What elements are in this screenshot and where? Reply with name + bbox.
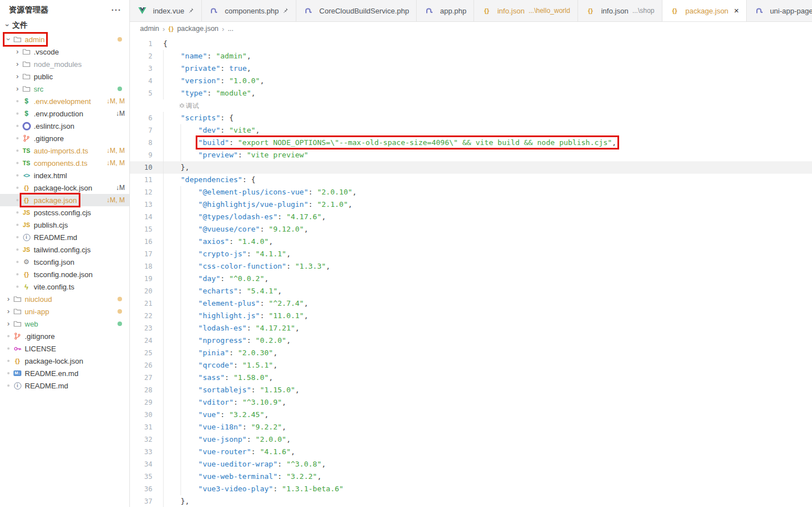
- code-line-text[interactable]: "preview": "vite preview": [152, 149, 308, 161]
- code-line[interactable]: 11"dependencies": {: [130, 174, 812, 186]
- debug-codelens-label[interactable]: 调试: [186, 102, 199, 110]
- tree-file-.env.development[interactable]: $.env.development↓M, M: [0, 95, 129, 107]
- code-line[interactable]: 30"vue": "3.2.45",: [130, 409, 812, 421]
- code-line-text[interactable]: "vditor": "^3.10.9",: [152, 396, 286, 409]
- files-section-header[interactable]: › 文件: [0, 17, 129, 33]
- more-actions-icon[interactable]: ···: [111, 7, 121, 13]
- code-line[interactable]: 2"name": "admin",: [130, 50, 812, 62]
- tree-file-vite.config.ts[interactable]: ϟvite.config.ts: [0, 280, 129, 293]
- code-line[interactable]: 32"vue-jsonp": "2.0.0",: [130, 433, 812, 446]
- code-line-text[interactable]: "css-color-function": "1.3.3",: [152, 260, 330, 273]
- code-line-text[interactable]: "type": "module",: [152, 87, 255, 99]
- tab-index.vue[interactable]: index.vue: [130, 0, 202, 21]
- tree-folder-.vscode[interactable]: ›.vscode: [0, 46, 129, 58]
- code-line[interactable]: 28"sortablejs": "1.15.0",: [130, 384, 812, 396]
- tree-file-publish.cjs[interactable]: JSpublish.cjs: [0, 219, 129, 231]
- code-line-text[interactable]: "axios": "1.4.0",: [152, 236, 273, 248]
- code-line[interactable]: 36"vue3-video-play": "1.3.1-beta.6": [130, 483, 812, 495]
- tree-file-package.json[interactable]: {}package.json↓M, M: [0, 194, 129, 206]
- code-line-text[interactable]: "version": "1.0.0",: [152, 75, 264, 87]
- tree-file-README.en.md[interactable]: M↓README.en.md: [0, 367, 129, 379]
- tab-info.json[interactable]: {}info.json...\hello_world: [474, 0, 578, 21]
- code-line-text[interactable]: "pinia": "2.0.30",: [152, 347, 278, 359]
- code-line[interactable]: 5"type": "module",: [130, 87, 812, 99]
- tree-folder-web[interactable]: ›web: [0, 318, 129, 330]
- tree-file-.eslintrc.json[interactable]: .eslintrc.json: [0, 120, 129, 132]
- code-line[interactable]: 35"vue-web-terminal": "3.2.2",: [130, 470, 812, 483]
- code-line[interactable]: 7"dev": "vite",: [130, 124, 812, 137]
- tree-folder-uni-app[interactable]: ›uni-app: [0, 305, 129, 318]
- pin-icon[interactable]: [188, 7, 194, 15]
- code-line-text[interactable]: "vue-ueditor-wrap": "^3.0.8",: [152, 458, 326, 470]
- code-line-text[interactable]: },: [152, 161, 190, 174]
- debug-codelens-content[interactable]: 调试: [179, 102, 199, 110]
- tree-folder-node-modules[interactable]: ›node_modules: [0, 58, 129, 70]
- code-line[interactable]: 1{: [130, 38, 812, 50]
- tree-file-index.html[interactable]: <>index.html: [0, 169, 129, 182]
- tree-file-package-lock.json[interactable]: {}package-lock.json↓M: [0, 182, 129, 194]
- tree-folder-admin[interactable]: ›admin: [0, 33, 129, 46]
- code-line[interactable]: 33"vue-router": "4.1.6",: [130, 446, 812, 458]
- code-line-text[interactable]: "nprogress": "0.2.0",: [152, 334, 291, 347]
- code-line[interactable]: 23"lodash-es": "4.17.21",: [130, 322, 812, 334]
- tree-file-README.md[interactable]: iREADME.md: [0, 231, 129, 243]
- code-line[interactable]: 18"css-color-function": "1.3.3",: [130, 260, 812, 273]
- code-line-text[interactable]: "vue-router": "4.1.6",: [152, 446, 295, 458]
- tree-file-auto-imports.d.ts[interactable]: TSauto-imports.d.ts↓M, M: [0, 144, 129, 157]
- code-line-text[interactable]: "vue-i18n": "9.2.2",: [152, 421, 286, 433]
- code-line-text[interactable]: "vue": "3.2.45",: [152, 409, 269, 421]
- code-line[interactable]: 8"build": "export NODE_OPTIONS=\"--max-o…: [130, 137, 812, 149]
- code-line[interactable]: 24"nprogress": "0.2.0",: [130, 334, 812, 347]
- code-line-text[interactable]: "dependencies": {: [152, 174, 255, 186]
- code-line-text[interactable]: "scripts": {: [152, 112, 233, 124]
- tree-file-postcss.config.cjs[interactable]: JSpostcss.config.cjs: [0, 206, 129, 219]
- code-line-text[interactable]: "@element-plus/icons-vue": "2.0.10",: [152, 186, 357, 198]
- tree-file-components.d.ts[interactable]: TScomponents.d.ts↓M, M: [0, 157, 129, 169]
- code-line[interactable]: 20"echarts": "5.4.1",: [130, 285, 812, 297]
- code-line[interactable]: 34"vue-ueditor-wrap": "^3.0.8",: [130, 458, 812, 470]
- code-line[interactable]: 10},: [130, 161, 812, 174]
- code-line-text[interactable]: "sass": "1.58.0",: [152, 372, 273, 384]
- code-line-text[interactable]: "lodash-es": "4.17.21",: [152, 322, 300, 334]
- tab-uni-app-pages.php[interactable]: uni-app-pages.php: [747, 0, 812, 21]
- tab-components.php[interactable]: components.php: [202, 0, 296, 21]
- tab-package.json[interactable]: {}package.json×: [662, 0, 747, 22]
- code-line-text[interactable]: "vue-web-terminal": "3.2.2",: [152, 470, 322, 483]
- code-line[interactable]: 19"day": "^0.0.2",: [130, 273, 812, 285]
- code-line[interactable]: 4"version": "1.0.0",: [130, 75, 812, 87]
- code-editor[interactable]: 1{2"name": "admin",3"private": true,4"ve…: [130, 35, 812, 507]
- code-line[interactable]: 17"crypto-js": "4.1.1",: [130, 248, 812, 260]
- tab-CoreCloudBuildService.php[interactable]: CoreCloudBuildService.php: [296, 0, 417, 21]
- debug-codelens[interactable]: 调试: [130, 99, 812, 112]
- code-line-text[interactable]: "@vueuse/core": "9.12.0",: [152, 223, 308, 236]
- code-line-text[interactable]: "private": true,: [152, 62, 251, 75]
- tree-file-LICENSE[interactable]: LICENSE: [0, 342, 129, 355]
- code-line[interactable]: 6"scripts": {: [130, 112, 812, 124]
- code-line[interactable]: 37},: [130, 495, 812, 507]
- code-line-text[interactable]: "name": "admin",: [152, 50, 251, 62]
- code-line[interactable]: 9"preview": "vite preview": [130, 149, 812, 161]
- breadcrumb-file[interactable]: package.json: [177, 25, 219, 33]
- code-line-text[interactable]: "element-plus": "^2.7.4",: [152, 297, 308, 310]
- tree-file-.gitignore[interactable]: .gitignore: [0, 330, 129, 342]
- tree-file-tsconfig.node.json[interactable]: {}tsconfig.node.json: [0, 268, 129, 280]
- code-line[interactable]: 22"highlight.js": "11.0.1",: [130, 310, 812, 322]
- tree-file-.env.production[interactable]: $.env.production↓M: [0, 107, 129, 120]
- code-line[interactable]: 31"vue-i18n": "9.2.2",: [130, 421, 812, 433]
- breadcrumb-root[interactable]: admin: [140, 25, 159, 33]
- code-line[interactable]: 29"vditor": "^3.10.9",: [130, 396, 812, 409]
- code-line[interactable]: 26"qrcode": "1.5.1",: [130, 359, 812, 372]
- code-line[interactable]: 13"@highlightjs/vue-plugin": "2.1.0",: [130, 198, 812, 211]
- code-line-text[interactable]: },: [152, 495, 190, 507]
- code-line-text[interactable]: "day": "^0.0.2",: [152, 273, 269, 285]
- pin-icon[interactable]: [282, 7, 288, 15]
- code-line[interactable]: 21"element-plus": "^2.7.4",: [130, 297, 812, 310]
- tab-info.json[interactable]: {}info.json...\shop: [578, 0, 662, 21]
- code-line-text[interactable]: "highlight.js": "11.0.1",: [152, 310, 308, 322]
- tree-file-package-lock.json[interactable]: {}package-lock.json: [0, 355, 129, 367]
- tab-app.php[interactable]: app.php: [417, 0, 474, 21]
- code-line-text[interactable]: "vue3-video-play": "1.3.1-beta.6": [152, 483, 344, 495]
- code-line-text[interactable]: "vue-jsonp": "2.0.0",: [152, 433, 291, 446]
- tree-file-tailwind.config.cjs[interactable]: JStailwind.config.cjs: [0, 243, 129, 256]
- tree-folder-niucloud[interactable]: ›niucloud: [0, 293, 129, 305]
